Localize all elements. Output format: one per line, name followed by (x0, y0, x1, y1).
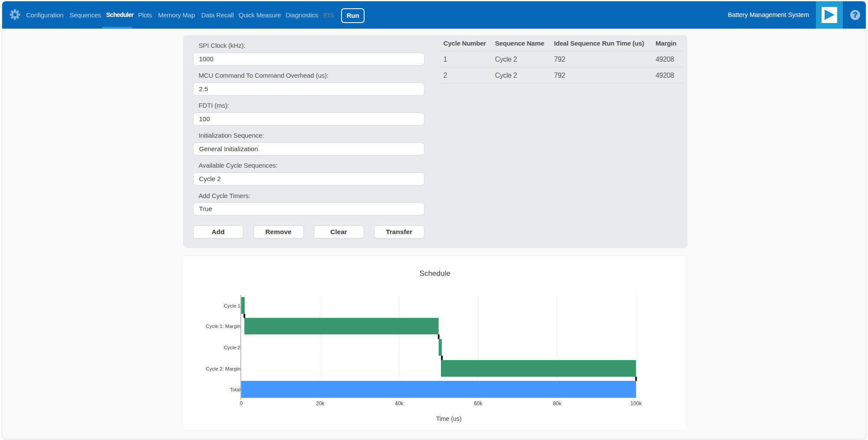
svg-text:20k: 20k (316, 400, 325, 407)
svg-text:Time (us): Time (us) (436, 415, 461, 422)
svg-text:40k: 40k (395, 400, 404, 407)
svg-text:0: 0 (240, 400, 243, 407)
svg-text:Cycle 2: Cycle 2 (224, 344, 240, 350)
svg-text:Cycle 1: Cycle 1 (224, 303, 240, 308)
svg-text:Schedule: Schedule (419, 269, 450, 277)
svg-text:Cycle 1: Margin: Cycle 1: Margin (206, 324, 240, 329)
svg-text:100k: 100k (630, 400, 642, 407)
svg-text:60k: 60k (473, 400, 482, 407)
svg-text:Cycle 2: Margin: Cycle 2: Margin (206, 366, 240, 371)
svg-text:Total: Total (230, 387, 240, 392)
svg-text:80k: 80k (552, 400, 561, 407)
svg-text:?: ? (853, 11, 857, 19)
